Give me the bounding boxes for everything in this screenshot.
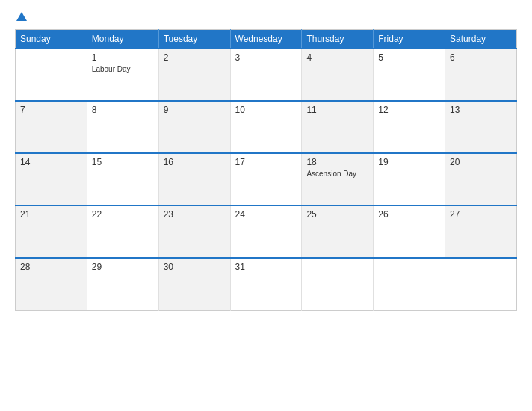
- calendar-cell: 23: [158, 206, 230, 258]
- day-number: 11: [306, 105, 368, 115]
- day-number: 20: [450, 157, 512, 167]
- calendar-cell: 14: [16, 153, 87, 206]
- calendar-week-row: 28293031: [16, 258, 517, 310]
- day-number: 10: [235, 105, 297, 115]
- calendar-week-row: 1Labour Day23456: [16, 49, 517, 101]
- day-number: 1: [92, 52, 154, 63]
- calendar-cell: 17: [230, 153, 302, 206]
- calendar-cell: 11: [302, 101, 374, 153]
- day-number: 30: [164, 262, 226, 272]
- calendar-week-row: 1415161718Ascension Day1920: [16, 153, 517, 206]
- calendar-header-row: SundayMondayTuesdayWednesdayThursdayFrid…: [16, 30, 517, 49]
- calendar-cell: 9: [158, 101, 230, 153]
- calendar-cell: [374, 258, 445, 310]
- day-number: 29: [92, 262, 154, 272]
- col-header-tuesday: Tuesday: [158, 30, 230, 49]
- calendar-cell: 18Ascension Day: [302, 153, 374, 206]
- day-number: 8: [92, 105, 154, 115]
- day-number: 3: [235, 52, 297, 63]
- calendar-cell: 10: [230, 101, 302, 153]
- day-number: 5: [378, 52, 440, 63]
- calendar-week-row: 21222324252627: [16, 206, 517, 258]
- calendar-cell: 28: [16, 258, 87, 310]
- day-number: 26: [378, 209, 440, 220]
- calendar-cell: 2: [158, 49, 230, 101]
- calendar-cell: 16: [158, 153, 230, 206]
- col-header-monday: Monday: [87, 30, 158, 49]
- day-number: 25: [306, 209, 368, 220]
- day-number: 19: [378, 157, 440, 167]
- calendar-cell: 8: [87, 101, 158, 153]
- day-number: 23: [164, 209, 226, 220]
- calendar-cell: 1Labour Day: [87, 49, 158, 101]
- day-number: 21: [20, 209, 82, 220]
- col-header-sunday: Sunday: [16, 30, 87, 49]
- calendar-cell: 12: [374, 101, 445, 153]
- logo-triangle-icon: [16, 12, 27, 21]
- calendar-cell: 3: [230, 49, 302, 101]
- calendar-week-row: 78910111213: [16, 101, 517, 153]
- calendar-cell: 5: [374, 49, 445, 101]
- day-number: 28: [20, 262, 82, 272]
- day-number: 9: [164, 105, 226, 115]
- calendar-cell: 4: [302, 49, 374, 101]
- day-number: 13: [450, 105, 512, 115]
- calendar-table: SundayMondayTuesdayWednesdayThursdayFrid…: [15, 29, 517, 311]
- logo: [15, 12, 27, 22]
- day-event-label: Labour Day: [92, 64, 154, 74]
- calendar-cell: 6: [445, 49, 517, 101]
- calendar-cell: [16, 49, 87, 101]
- calendar-cell: 25: [302, 206, 374, 258]
- day-number: 15: [92, 157, 154, 167]
- calendar-cell: 27: [445, 206, 517, 258]
- day-number: 7: [20, 105, 82, 115]
- day-number: 2: [164, 52, 226, 63]
- day-event-label: Ascension Day: [306, 169, 368, 179]
- calendar-cell: [302, 258, 374, 310]
- col-header-wednesday: Wednesday: [230, 30, 302, 49]
- day-number: 16: [164, 157, 226, 167]
- calendar-cell: 20: [445, 153, 517, 206]
- logo-blue-text: [15, 12, 27, 22]
- calendar-cell: 7: [16, 101, 87, 153]
- col-header-thursday: Thursday: [302, 30, 374, 49]
- calendar-cell: 19: [374, 153, 445, 206]
- day-number: 12: [378, 105, 440, 115]
- day-number: 27: [450, 209, 512, 220]
- calendar-cell: 24: [230, 206, 302, 258]
- day-number: 31: [235, 262, 297, 272]
- calendar-cell: 30: [158, 258, 230, 310]
- day-number: 4: [306, 52, 368, 63]
- calendar-page: SundayMondayTuesdayWednesdayThursdayFrid…: [0, 0, 532, 411]
- calendar-cell: 22: [87, 206, 158, 258]
- calendar-cell: [445, 258, 517, 310]
- day-number: 18: [306, 157, 368, 167]
- col-header-friday: Friday: [374, 30, 445, 49]
- header: [15, 12, 517, 22]
- calendar-cell: 15: [87, 153, 158, 206]
- calendar-cell: 29: [87, 258, 158, 310]
- calendar-cell: 21: [16, 206, 87, 258]
- day-number: 14: [20, 157, 82, 167]
- day-number: 22: [92, 209, 154, 220]
- calendar-cell: 31: [230, 258, 302, 310]
- calendar-cell: 13: [445, 101, 517, 153]
- calendar-cell: 26: [374, 206, 445, 258]
- col-header-saturday: Saturday: [445, 30, 517, 49]
- day-number: 17: [235, 157, 297, 167]
- day-number: 24: [235, 209, 297, 220]
- day-number: 6: [450, 52, 512, 63]
